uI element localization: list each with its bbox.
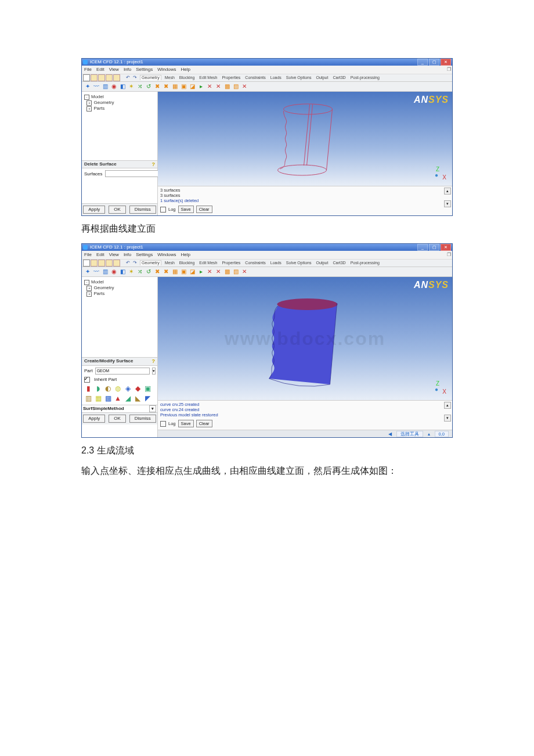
tab-output[interactable]: Output [315,260,329,265]
delete-point-icon[interactable]: ✖ [154,268,161,275]
dismiss-button[interactable]: Dismiss [129,206,156,214]
apply-button[interactable]: Apply [83,206,105,214]
undo-icon[interactable]: ↶ [125,75,131,81]
redo-icon[interactable]: ↷ [132,75,138,81]
apply-button[interactable]: Apply [83,415,105,423]
maximize-button[interactable]: ▢ [429,244,439,251]
body-icon[interactable]: ◉ [110,83,117,90]
surf-untrim-icon[interactable]: ▩ [104,395,112,403]
tool-g2-icon[interactable]: ▩ [223,83,230,90]
menu-file[interactable]: File [84,252,92,258]
restore-icon[interactable]: ❐ [447,67,451,73]
tool-g1-icon[interactable]: ▸ [197,83,204,90]
tab-loads[interactable]: Loads [269,75,283,80]
tab-geometry[interactable]: Geometry [140,260,161,265]
surf-face-icon[interactable]: ◢ [124,395,132,403]
delete-body-icon[interactable]: ▣ [180,268,187,275]
delete-any-icon[interactable]: ◪ [189,83,196,90]
minimize-button[interactable]: _ [417,59,428,66]
log-save-button[interactable]: Save [178,420,194,427]
tool-g3-icon[interactable]: ▧ [232,268,239,275]
surf-loft-icon[interactable]: ◍ [114,385,122,393]
tab-mesh[interactable]: Mesh [164,260,176,265]
log-clear-button[interactable]: Clear [196,420,212,427]
folder-icon[interactable] [98,260,105,267]
tab-properties[interactable]: Properties [221,75,241,80]
tool-g2-icon[interactable]: ▩ [223,268,230,275]
delete-surface-icon[interactable]: ▦ [171,268,178,275]
faceted-icon[interactable]: ◧ [119,268,126,275]
faceted-icon[interactable]: ◧ [119,83,126,90]
menu-edit[interactable]: Edit [96,67,104,73]
surface-icon[interactable]: ▥ [102,268,109,275]
surfaces-input[interactable] [105,170,160,177]
body-icon[interactable]: ◉ [110,268,117,275]
save-icon[interactable] [91,260,98,267]
surf-merge-icon[interactable]: ▦ [94,395,102,403]
surf-sweep-icon[interactable]: ◗ [94,385,102,393]
tab-cart3d[interactable]: Cart3D [331,75,347,80]
close-button[interactable]: ✕ [441,244,451,251]
log-check[interactable] [160,421,166,427]
menu-edit[interactable]: Edit [96,252,104,258]
folder3-icon[interactable] [113,74,120,81]
model-tree[interactable]: -Model +Geometry +Parts [82,92,157,160]
delete-x2-icon[interactable]: ✕ [215,83,222,90]
tree-parts[interactable]: Parts [93,106,104,111]
transform-icon[interactable]: ⤭ [136,268,143,275]
surf-curves-icon[interactable]: ▮ [84,385,92,393]
menu-view[interactable]: View [109,252,119,258]
point-icon[interactable]: ✦ [84,268,91,275]
scroll-up-icon[interactable]: ▴ [444,188,451,195]
model-tree[interactable]: -Model +Geometry +Parts [82,277,157,357]
tree-root[interactable]: Model [91,279,104,285]
point-icon[interactable]: ✦ [84,83,91,90]
tab-editmesh[interactable]: Edit Mesh [198,75,218,80]
tab-solve[interactable]: Solve Options [285,75,313,80]
surf-patch-icon[interactable]: ◤ [143,395,151,403]
repair-icon[interactable]: ✶ [128,83,135,90]
viewport[interactable]: ANSYS www.bdocx.com Z ● X [158,277,452,401]
menu-help[interactable]: Help [181,252,190,258]
undo-icon[interactable]: ↶ [125,260,131,266]
menu-settings[interactable]: Settings [136,67,153,73]
viewport[interactable]: ANSYS Z ● X [158,92,452,186]
help-icon[interactable]: ? [152,358,156,365]
restore-icon[interactable]: ❐ [447,252,451,258]
tab-cart3d[interactable]: Cart3D [331,260,347,265]
curve-icon[interactable]: 〰 [93,268,100,275]
curve-icon[interactable]: 〰 [93,83,100,90]
surface-icon[interactable]: ▥ [102,83,109,90]
tab-properties[interactable]: Properties [221,260,241,265]
part-input[interactable] [95,368,150,375]
inherit-checkbox[interactable] [84,377,90,383]
tab-geometry[interactable]: Geometry [140,75,161,80]
surf-segment-icon[interactable]: ▥ [84,395,92,403]
dropdown-icon[interactable]: ▾ [149,405,156,412]
surf-curtain-icon[interactable]: ◣ [134,395,142,403]
folder2-icon[interactable] [106,260,113,267]
log-check[interactable] [160,207,166,213]
surf-std-icon[interactable]: ▲ [114,395,122,403]
tool-g1-icon[interactable]: ▸ [197,268,204,275]
open-icon[interactable] [83,260,90,267]
tool-g3-icon[interactable]: ▧ [232,83,239,90]
tab-constraints[interactable]: Constraints [244,260,266,265]
delete-x3-icon[interactable]: ✕ [241,268,248,275]
delete-x1-icon[interactable]: ✕ [206,83,213,90]
delete-x1-icon[interactable]: ✕ [206,268,213,275]
menu-settings[interactable]: Settings [136,252,153,258]
scroll-up-icon[interactable]: ▴ [444,402,451,409]
ok-button[interactable]: OK [109,206,126,214]
scroll-down-icon[interactable]: ▾ [444,200,451,207]
dropdown-icon[interactable]: ▾ [152,368,156,375]
tab-output[interactable]: Output [315,75,329,80]
tab-blocking[interactable]: Blocking [178,260,196,265]
log-clear-button[interactable]: Clear [196,206,212,213]
minimize-button[interactable]: _ [417,244,428,251]
tab-mesh[interactable]: Mesh [164,75,176,80]
menu-windows[interactable]: Windows [157,67,176,73]
folder3-icon[interactable] [113,260,120,267]
tab-solve[interactable]: Solve Options [285,260,313,265]
surf-extend-icon[interactable]: ▣ [143,385,151,393]
